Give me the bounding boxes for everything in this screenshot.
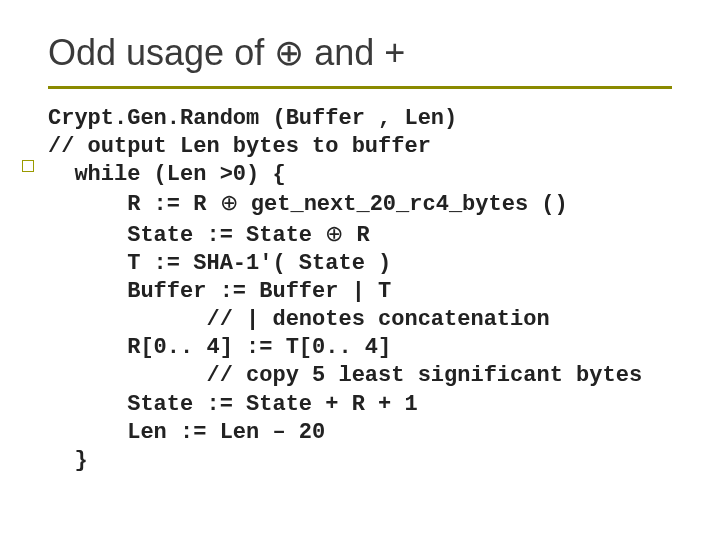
code-line: R := R xyxy=(48,192,220,217)
code-line: R xyxy=(343,223,369,248)
code-line: } xyxy=(48,448,88,473)
code-line: get_next_20_rc4_bytes () xyxy=(238,192,568,217)
slide-title: Odd usage of ⊕ and + xyxy=(48,32,672,74)
code-line: State := State + R + 1 xyxy=(48,392,418,417)
code-line: // output Len bytes to buffer xyxy=(48,134,431,159)
code-line: Len := Len – 20 xyxy=(48,420,325,445)
bullet-icon xyxy=(22,160,34,172)
slide: Odd usage of ⊕ and + Crypt.Gen.Random (B… xyxy=(0,0,720,540)
title-wrap: Odd usage of ⊕ and + xyxy=(0,0,720,80)
title-text-pre: Odd usage of xyxy=(48,32,274,73)
code-line: State := State xyxy=(48,223,325,248)
circle-plus-icon: ⊕ xyxy=(325,221,343,246)
code-line: T := SHA-1'( State ) xyxy=(48,251,391,276)
circle-plus-icon: ⊕ xyxy=(220,190,238,215)
code-line: R[0.. 4] := T[0.. 4] xyxy=(48,335,391,360)
code-line: Crypt.Gen.Random (Buffer , Len) xyxy=(48,106,457,131)
code-line: while (Len >0) { xyxy=(48,162,286,187)
code-block: Crypt.Gen.Random (Buffer , Len) // outpu… xyxy=(0,89,720,475)
code-line: // copy 5 least significant bytes xyxy=(48,363,642,388)
circle-plus-icon: ⊕ xyxy=(274,33,304,73)
code-line: // | denotes concatenation xyxy=(48,307,550,332)
title-text-post: and + xyxy=(304,32,405,73)
code-line: Buffer := Buffer | T xyxy=(48,279,391,304)
